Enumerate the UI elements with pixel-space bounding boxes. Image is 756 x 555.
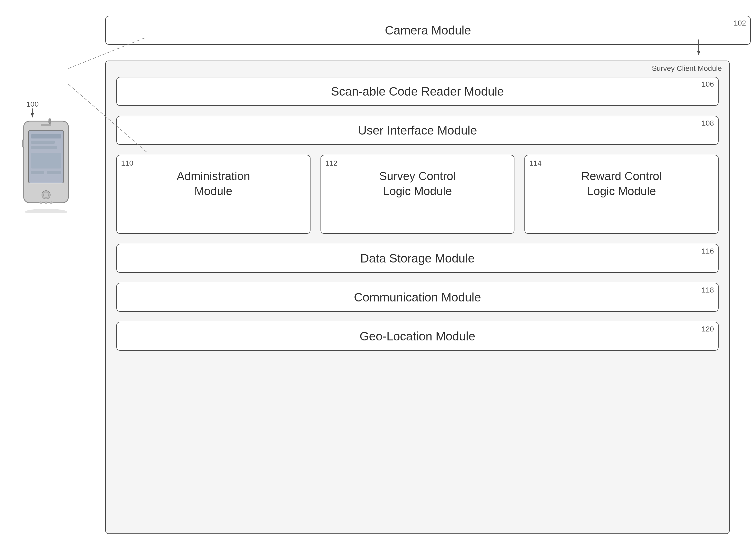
- reward-control-module: 114 Reward ControlLogic Module: [524, 155, 719, 234]
- survey-control-module: 112 Survey ControlLogic Module: [321, 155, 515, 234]
- survey-client-label: Survey Client Module: [652, 64, 722, 73]
- svg-point-14: [43, 192, 49, 198]
- svg-rect-19: [22, 139, 24, 147]
- svg-rect-8: [31, 146, 57, 149]
- svg-rect-9: [31, 153, 61, 169]
- administration-module: 110 AdministrationModule: [116, 155, 311, 234]
- phone-ref-label: 100: [26, 100, 39, 119]
- phone-svg: [16, 119, 76, 213]
- inner-modules: Scan-able Code Reader Module 106 User In…: [116, 77, 719, 523]
- svg-point-20: [25, 209, 67, 213]
- reward-control-ref: 114: [529, 159, 541, 167]
- svg-point-15: [40, 202, 42, 204]
- geo-location-module: Geo-Location Module 120: [116, 322, 719, 351]
- data-storage-module: Data Storage Module 116: [116, 244, 719, 273]
- camera-module: Camera Module 102: [105, 16, 751, 45]
- survey-control-ref: 112: [325, 159, 338, 167]
- phone-arrow-icon: [29, 109, 36, 119]
- communication-ref: 118: [702, 286, 714, 294]
- svg-rect-7: [31, 140, 55, 144]
- svg-point-17: [50, 202, 53, 204]
- survey-client-box: Survey Client Module Scan-able Code Read…: [105, 60, 730, 534]
- scanable-code-module: Scan-able Code Reader Module 106: [116, 77, 719, 106]
- administration-label: AdministrationModule: [171, 169, 255, 199]
- geo-location-ref: 120: [702, 325, 714, 333]
- phone-area: 100: [16, 119, 76, 214]
- survey-control-label: Survey ControlLogic Module: [374, 169, 461, 199]
- reward-control-label: Reward ControlLogic Module: [576, 169, 667, 199]
- user-interface-label: User Interface Module: [358, 123, 477, 137]
- communication-label: Communication Module: [354, 290, 481, 304]
- administration-ref: 110: [121, 159, 133, 167]
- svg-rect-10: [31, 171, 44, 174]
- svg-rect-6: [31, 134, 61, 138]
- arrow-104-icon: [683, 40, 714, 60]
- camera-module-ref: 102: [734, 19, 746, 28]
- user-interface-ref: 108: [702, 119, 714, 127]
- scanable-code-ref: 106: [702, 80, 714, 88]
- three-modules-row: 110 AdministrationModule 112 Survey Cont…: [116, 155, 719, 234]
- svg-rect-11: [47, 171, 61, 174]
- svg-point-16: [45, 202, 47, 204]
- user-interface-module: User Interface Module 108: [116, 116, 719, 145]
- data-storage-ref: 116: [702, 247, 714, 255]
- data-storage-label: Data Storage Module: [360, 251, 475, 265]
- camera-module-label: Camera Module: [385, 23, 471, 37]
- communication-module: Communication Module 118: [116, 283, 719, 312]
- survey-client-ref-label: [683, 40, 714, 62]
- svg-rect-12: [41, 124, 51, 126]
- diagram-container: Camera Module 102 Survey Client Module S…: [84, 16, 730, 534]
- phone-ref-number: 100: [26, 100, 39, 109]
- scanable-code-label: Scan-able Code Reader Module: [331, 84, 504, 98]
- svg-rect-18: [49, 119, 51, 124]
- geo-location-label: Geo-Location Module: [360, 329, 475, 343]
